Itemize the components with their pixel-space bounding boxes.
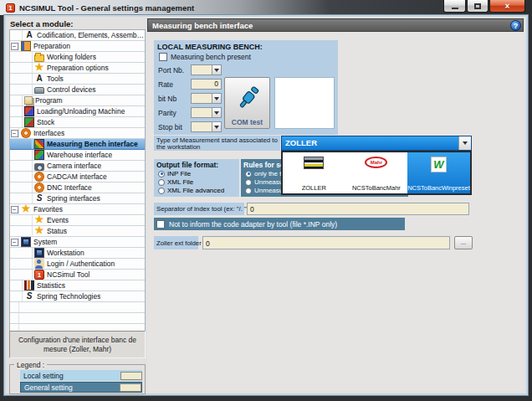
window-body: Select a module: ACodification, Elements… (4, 15, 528, 395)
output-format-title: Output file format: (154, 159, 239, 170)
com-test-button[interactable]: COM test (224, 77, 270, 129)
radio-label: INP File (167, 170, 191, 177)
sidebar-item-program[interactable]: Program (10, 95, 145, 106)
collapse-icon[interactable]: − (11, 206, 18, 213)
tree-gutter (23, 161, 33, 171)
sidebar-item-label: System (31, 238, 57, 246)
minimize-button[interactable] (443, 0, 466, 13)
rate-input[interactable]: 0 (191, 79, 222, 90)
sidebar-item-label: Interfaces (31, 129, 64, 137)
browse-button[interactable]: ... (454, 236, 473, 249)
sidebar-item-codification-elements-assemblies[interactable]: ACodification, Elements, Assemblies (10, 30, 145, 41)
gear-icon (34, 172, 44, 182)
port-nb-combobox[interactable] (191, 64, 222, 75)
sidebar-item-dnc-interface[interactable]: DNC Interface (10, 183, 145, 193)
radio-icon[interactable] (158, 179, 165, 186)
sidebar-item-system[interactable]: −System (10, 237, 145, 248)
maximize-button[interactable] (467, 0, 489, 13)
sidebar-item-events[interactable]: ★Events (10, 215, 145, 226)
stop-bit-combobox[interactable] (191, 121, 222, 132)
radio-icon[interactable] (245, 179, 252, 186)
tree-gutter (23, 270, 33, 280)
help-icon[interactable]: ? (510, 20, 521, 31)
dropdown-arrow-icon[interactable] (212, 122, 221, 131)
sidebar-item-login-authentication[interactable]: Login / Authentication (10, 259, 145, 270)
tree-gutter (23, 150, 33, 160)
legend-label: General setting (24, 383, 73, 392)
stand-option-ncstobancmahr[interactable]: MahrNCSToBancMahr (345, 152, 408, 193)
camera-icon (34, 163, 44, 171)
sidebar-item-spring-interfaces[interactable]: SSpring interfaces (10, 193, 145, 204)
radio-icon[interactable] (158, 171, 165, 177)
sidebar-item-label: Loading/Unloading Machine (34, 107, 125, 116)
sidebar-item-control-devices[interactable]: Control devices (10, 85, 145, 95)
zoller-folder-input[interactable]: 0 (202, 236, 450, 249)
collapse-icon[interactable]: − (11, 130, 18, 137)
window-title: NCSIMUL Tool - General settings manageme… (19, 3, 194, 13)
sidebar-item-measuring-bench-interface[interactable]: Measuring Bench interface (10, 139, 145, 150)
sidebar-item-camera-interface[interactable]: Camera interface (10, 161, 145, 172)
legend-general-setting: General setting (20, 382, 142, 393)
sidebar-item-preparation-options[interactable]: ★Preparation options (10, 63, 145, 74)
stand-option-label: NCSToBancWinpreset (407, 184, 470, 192)
application-window: 1 NCSIMUL Tool - General settings manage… (0, 0, 532, 401)
dropdown-arrow-icon[interactable] (212, 108, 221, 117)
tree-gutter (23, 52, 33, 62)
sidebar-item-label: Events (44, 216, 69, 224)
sidebar-item-ncsimul-tool[interactable]: 1NCSimul Tool (10, 270, 145, 280)
close-button[interactable]: × (489, 0, 525, 13)
sidebar-item-preparation[interactable]: −Preparation (10, 41, 145, 52)
maximize-icon (474, 3, 481, 9)
com-test-label: COM test (232, 118, 263, 126)
separator-input[interactable]: 0 (247, 203, 469, 215)
radio-option-inp-file[interactable]: INP File (154, 170, 239, 178)
stand-option-ncstobancwinpreset[interactable]: WNCSToBancWinpreset (407, 152, 470, 193)
tree-gutter (23, 172, 33, 182)
radio-option-xml-file-advanced[interactable]: XML File advanced (154, 187, 239, 195)
collapse-icon[interactable]: − (11, 239, 18, 246)
radio-icon[interactable] (158, 188, 165, 194)
sidebar-item-label: Workstation (44, 249, 84, 257)
sidebar-item-loading-unloading-machine[interactable]: Loading/Unloading Machine (10, 106, 145, 117)
radio-option-xml-file[interactable]: XML File (154, 178, 239, 187)
sidebar-item-tools[interactable]: ATools (10, 74, 145, 85)
combobox-value (192, 122, 212, 131)
sidebar-item-label: Preparation options (44, 64, 109, 72)
sidebar-item-status[interactable]: ★Status (10, 226, 145, 237)
legend-title: Legend : (14, 361, 47, 369)
radio-icon[interactable] (245, 188, 252, 194)
stand-type-combobox[interactable]: ZOLLER (281, 136, 472, 151)
adapter-checkbox[interactable] (156, 220, 165, 229)
tree-gutter (13, 117, 23, 127)
stand-option-label: ZOLLER (302, 184, 326, 192)
tree-gutter (10, 302, 19, 312)
stock-icon (24, 117, 34, 127)
parity-combobox[interactable] (191, 107, 222, 118)
local-bench-title: LOCAL MEASURING BENCH: (154, 40, 338, 51)
stand-option-zoller[interactable]: ZOLLER (283, 152, 345, 193)
sidebar-item-stock[interactable]: Stock (10, 117, 145, 128)
zoller-logo-icon (304, 157, 324, 169)
sidebar-item-spring-technologies[interactable]: SSpring Technologies (10, 291, 145, 302)
sidebar-item-interfaces[interactable]: −Interfaces (10, 128, 145, 139)
dropdown-arrow-icon[interactable] (212, 65, 221, 75)
sidebar-item-label: Stock (34, 118, 54, 126)
sidebar-item-working-folders[interactable]: Working folders (10, 52, 145, 63)
dropdown-arrow-icon[interactable] (458, 136, 471, 150)
tree-gutter (23, 215, 33, 225)
sidebar-item-workstation[interactable]: Workstation (10, 248, 145, 259)
radio-icon[interactable] (245, 171, 252, 177)
sidebar-item-statistics[interactable]: Statistics (10, 280, 145, 291)
empty-row (10, 313, 145, 324)
sidebar-item-cadcam-interface[interactable]: CADCAM interface (10, 172, 145, 183)
collapse-icon[interactable]: − (11, 43, 18, 50)
sidebar-item-label: Tools (44, 75, 64, 83)
sidebar-item-warehouse-interface[interactable]: Warehouse interface (10, 150, 145, 161)
tree-gutter (23, 63, 33, 73)
monitor-icon (34, 248, 44, 258)
sidebar-item-favorites[interactable]: −★Favorites (10, 204, 145, 215)
bit-nb-combobox[interactable] (191, 93, 222, 104)
dropdown-arrow-icon[interactable] (212, 94, 221, 103)
legend-rows: Local settingGeneral setting (10, 370, 145, 393)
measuring-bench-present-checkbox[interactable] (159, 53, 167, 61)
